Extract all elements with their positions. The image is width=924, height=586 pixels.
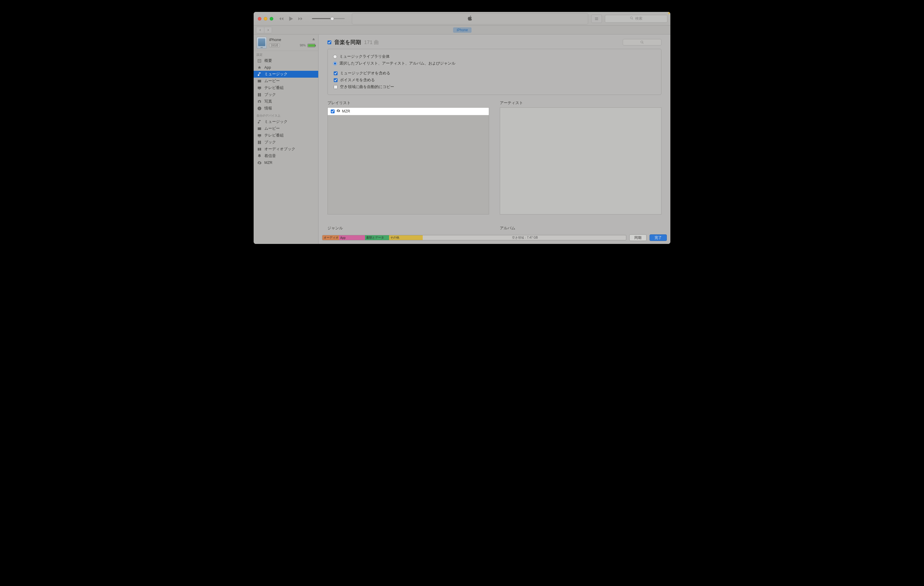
sync-options-box: ミュージックライブラリ全体 選択したプレイリスト、アーティスト、アルバム、および…: [327, 49, 662, 95]
search-placeholder: 検索: [635, 16, 642, 21]
sidebar-item-label: ブック: [264, 92, 276, 97]
back-button[interactable]: [256, 27, 264, 33]
itunes-window: 検索 iPhone iPhone: [254, 12, 670, 244]
sidebar-item-movie[interactable]: ムービー: [254, 77, 318, 84]
info-icon: [257, 106, 262, 111]
sidebar-item-ringtone[interactable]: 着信音: [254, 153, 318, 160]
genre-heading: ジャンル: [327, 226, 489, 231]
storage-seg-app: App: [339, 235, 365, 240]
forward-button[interactable]: [264, 27, 272, 33]
sidebar-item-label: テレビ番組: [264, 133, 284, 138]
summary-icon: [257, 59, 262, 63]
volume-slider[interactable]: [312, 18, 345, 19]
sidebar-item-app[interactable]: App: [254, 64, 318, 71]
sidebar-item-label: 着信音: [264, 153, 276, 158]
sidebar-item-label: 写真: [264, 99, 272, 104]
sidebar-item-music[interactable]: ミュージック: [254, 71, 318, 77]
include-mv-checkbox[interactable]: [334, 71, 338, 75]
sidebar-item-gear[interactable]: MZR: [254, 160, 318, 166]
photo-icon: [257, 99, 262, 104]
sidebar-item-tv[interactable]: テレビ番組: [254, 132, 318, 139]
sidebar-item-label: ミュージック: [264, 72, 287, 77]
zoom-window-button[interactable]: [270, 17, 273, 21]
playlist-name: MZR: [342, 109, 350, 114]
sidebar-item-tv[interactable]: テレビ番組: [254, 84, 318, 91]
sidebar-item-audiobook[interactable]: オーディオブック: [254, 146, 318, 153]
location-title[interactable]: iPhone: [453, 27, 471, 33]
music-icon: [257, 120, 262, 124]
nav-buttons: [256, 27, 272, 33]
sidebar-item-label: App: [264, 66, 271, 69]
device-name: iPhone: [269, 38, 281, 42]
app-icon: [257, 65, 262, 70]
ringtone-icon: [257, 154, 262, 158]
storage-seg-free: 空き領域：7.47 GB: [423, 235, 626, 240]
minimize-window-button[interactable]: [264, 17, 267, 21]
sidebar-item-summary[interactable]: 概要: [254, 58, 318, 64]
playlist-list[interactable]: MZR: [327, 107, 489, 214]
sidebar-item-label: MZR: [264, 161, 272, 165]
done-button[interactable]: 完了: [650, 234, 667, 241]
page-header: 音楽を同期 171 曲: [318, 35, 670, 49]
device-thumbnail-icon: [257, 37, 267, 49]
battery-icon: [307, 44, 315, 47]
autofill-checkbox: [334, 85, 338, 89]
rewind-button[interactable]: [279, 16, 284, 21]
sidebar: iPhone 16GB 98% ⚡ 設定: [254, 35, 318, 244]
storage-row: オーディオApp書類とデータその他空き領域：7.47 GB 同期 完了: [322, 234, 667, 241]
tv-icon: [257, 133, 262, 138]
sidebar-item-label: オーディオブック: [264, 146, 295, 152]
sidebar-item-photo[interactable]: 写真: [254, 98, 318, 105]
movie-icon: [257, 79, 262, 84]
sidebar-item-book[interactable]: ブック: [254, 139, 318, 146]
sidebar-item-book[interactable]: ブック: [254, 91, 318, 98]
header-search[interactable]: [623, 39, 662, 46]
sidebar-item-label: 情報: [264, 106, 272, 111]
include-vm-label: ボイスメモを含める: [340, 77, 375, 83]
view-mode-button[interactable]: [591, 15, 602, 23]
titlebar: 検索: [254, 12, 670, 26]
eject-button[interactable]: [312, 37, 315, 42]
sidebar-item-label: ムービー: [264, 79, 280, 84]
search-icon: [630, 16, 634, 21]
playlist-row[interactable]: MZR: [328, 108, 489, 115]
location-bar: iPhone: [254, 26, 670, 35]
device-block[interactable]: iPhone 16GB 98% ⚡: [254, 35, 318, 51]
radio-entire-library[interactable]: [333, 55, 337, 59]
song-count: 171 曲: [364, 39, 379, 46]
sidebar-section-settings: 設定: [254, 51, 318, 58]
playlist-heading: プレイリスト: [327, 100, 489, 105]
now-playing-panel[interactable]: [352, 13, 588, 25]
playlist-checkbox[interactable]: [331, 109, 335, 114]
search-input[interactable]: 検索: [605, 15, 667, 23]
apple-logo-icon: [467, 15, 473, 23]
sync-music-label: 音楽を同期: [334, 39, 361, 46]
storage-seg-docs: 書類とデータ: [365, 235, 389, 240]
include-mv-label: ミュージックビデオを含める: [340, 71, 390, 76]
artist-heading: アーティスト: [500, 100, 662, 105]
sidebar-section-ondevice: 自分のデバイス上: [254, 112, 318, 119]
close-window-button[interactable]: [258, 17, 261, 21]
play-button[interactable]: [287, 15, 294, 22]
gear-icon: [257, 160, 262, 165]
sidebar-item-label: ミュージック: [264, 119, 287, 124]
sync-button[interactable]: 同期: [629, 234, 647, 241]
sync-music-checkbox[interactable]: [327, 40, 331, 44]
sidebar-item-info[interactable]: 情報: [254, 105, 318, 112]
sidebar-item-label: ブック: [264, 140, 276, 145]
autofill-label: 空き領域に曲を自動的にコピー: [340, 84, 394, 89]
sidebar-item-movie[interactable]: ムービー: [254, 125, 318, 132]
artist-list[interactable]: [500, 107, 662, 214]
sidebar-item-label: 概要: [264, 58, 272, 63]
include-vm-checkbox[interactable]: [334, 78, 338, 82]
radio-selected[interactable]: [333, 62, 337, 66]
sidebar-item-music[interactable]: ミュージック: [254, 119, 318, 125]
fast-forward-button[interactable]: [298, 16, 303, 21]
battery-percent: 98%: [300, 44, 306, 47]
storage-bar[interactable]: オーディオApp書類とデータその他空き領域：7.47 GB: [322, 235, 626, 240]
transport-controls: [279, 15, 303, 22]
radio-entire-library-label: ミュージックライブラリ全体: [339, 54, 389, 59]
book-icon: [257, 92, 262, 97]
window-buttons: [258, 17, 273, 21]
artist-column: アーティスト: [500, 100, 662, 223]
